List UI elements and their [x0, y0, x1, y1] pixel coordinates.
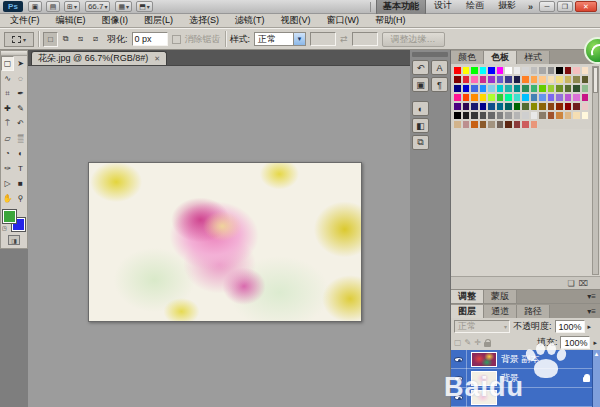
lasso-tool[interactable]: ∿	[1, 71, 14, 86]
clone-stamp-tool[interactable]: ⍑	[1, 116, 14, 131]
color-swatch[interactable]	[504, 120, 513, 129]
color-swatch[interactable]	[487, 111, 496, 120]
default-colors-icon[interactable]: ◳	[2, 226, 9, 232]
shape-tool[interactable]: ■	[14, 176, 27, 191]
flower-artwork-image[interactable]	[88, 162, 362, 322]
color-swatch[interactable]	[479, 120, 488, 129]
new-selection-icon[interactable]: □	[43, 32, 58, 47]
color-swatch[interactable]	[513, 66, 522, 75]
color-swatch[interactable]	[555, 102, 564, 111]
color-swatch[interactable]	[462, 111, 471, 120]
color-swatch[interactable]	[521, 66, 530, 75]
lock-all-icon[interactable]	[484, 342, 491, 347]
move-tool[interactable]: ➤	[14, 56, 27, 71]
color-swatch[interactable]	[555, 84, 564, 93]
menu-item[interactable]: 图层(L)	[136, 14, 181, 27]
color-swatch[interactable]	[470, 75, 479, 84]
color-swatch[interactable]	[572, 111, 581, 120]
tool-preset-picker[interactable]: ▾	[4, 32, 34, 47]
feather-input[interactable]: 0 px	[132, 32, 168, 46]
layer-thumbnail[interactable]	[471, 390, 497, 405]
color-swatch[interactable]	[504, 111, 513, 120]
color-swatch[interactable]	[479, 75, 488, 84]
color-swatch[interactable]	[470, 120, 479, 129]
dodge-tool[interactable]: ◐	[14, 146, 27, 161]
visibility-toggle[interactable]	[451, 350, 467, 369]
color-swatch[interactable]	[581, 75, 590, 84]
hand-tool[interactable]: ✋	[1, 191, 14, 206]
color-swatch[interactable]	[453, 102, 462, 111]
color-swatch[interactable]	[513, 120, 522, 129]
brush-tool[interactable]: ✎	[14, 101, 27, 116]
color-swatch[interactable]	[538, 102, 547, 111]
color-swatch[interactable]	[496, 111, 505, 120]
color-swatch[interactable]	[521, 75, 530, 84]
layers-scrollbar[interactable]: ▲	[592, 350, 600, 407]
workspace-button-设计[interactable]: 设计	[428, 0, 458, 15]
tab-color[interactable]: 颜色	[451, 51, 484, 64]
color-swatch[interactable]	[470, 93, 479, 102]
height-input[interactable]	[352, 32, 378, 46]
masks-icon[interactable]: ◧	[412, 118, 429, 133]
color-swatch[interactable]	[496, 93, 505, 102]
color-swatch[interactable]	[513, 93, 522, 102]
paragraph-panel-icon[interactable]: ¶	[431, 77, 448, 92]
color-swatch[interactable]	[564, 93, 573, 102]
type-tool[interactable]: T	[14, 161, 27, 176]
color-swatch[interactable]	[538, 84, 547, 93]
panel-menu-icon[interactable]: ▾≡	[583, 290, 600, 303]
color-swatch[interactable]	[504, 66, 513, 75]
color-swatch[interactable]	[504, 84, 513, 93]
visibility-toggle[interactable]	[451, 388, 467, 407]
color-swatch[interactable]	[530, 120, 539, 129]
close-button[interactable]: ✕	[575, 1, 597, 12]
tab-styles[interactable]: 样式	[517, 51, 550, 64]
document-tab[interactable]: 花朵.jpg @ 66.7%(RGB/8#) ✕	[31, 51, 167, 65]
color-swatch[interactable]	[496, 75, 505, 84]
color-swatch[interactable]	[462, 84, 471, 93]
color-swatch[interactable]	[504, 93, 513, 102]
color-swatch[interactable]	[521, 93, 530, 102]
tab-paths[interactable]: 路径	[517, 305, 550, 318]
layer-row[interactable]: 背景 副本	[451, 350, 600, 369]
color-swatch[interactable]	[530, 66, 539, 75]
delete-swatch-icon[interactable]: ⌧	[579, 279, 588, 288]
eraser-tool[interactable]: ▱	[1, 131, 14, 146]
color-swatch[interactable]	[564, 75, 573, 84]
swatches-scrollbar[interactable]	[592, 66, 599, 275]
color-swatch[interactable]	[462, 102, 471, 111]
menu-item[interactable]: 滤镜(T)	[227, 14, 273, 27]
visibility-toggle[interactable]	[451, 369, 467, 388]
new-swatch-icon[interactable]: ❏	[568, 279, 575, 288]
color-swatch[interactable]	[487, 120, 496, 129]
lock-pixels-icon[interactable]: ✎	[465, 338, 472, 347]
layer-comps-icon[interactable]: ▣	[412, 77, 429, 92]
color-swatch[interactable]	[538, 75, 547, 84]
spot-healing-brush-tool[interactable]: ✚	[1, 101, 14, 116]
style-dropdown[interactable]: 正常 ▼	[254, 32, 306, 46]
color-swatch[interactable]	[581, 111, 590, 120]
adjustments-icon[interactable]: ◐	[412, 101, 429, 116]
blend-mode-dropdown[interactable]: 正常 ▾	[454, 320, 510, 333]
color-swatch[interactable]	[521, 120, 530, 129]
layer-row[interactable]: 背景	[451, 369, 600, 388]
color-swatch[interactable]	[504, 102, 513, 111]
restore-button[interactable]: ❐	[557, 1, 573, 12]
clone-source-icon[interactable]: ⧉	[412, 135, 429, 150]
color-swatch[interactable]	[487, 93, 496, 102]
quick-selection-tool[interactable]: ◌	[14, 71, 27, 86]
color-swatch[interactable]	[538, 93, 547, 102]
color-swatch[interactable]	[453, 84, 462, 93]
color-swatch[interactable]	[572, 93, 581, 102]
color-swatch[interactable]	[462, 120, 471, 129]
layer-row[interactable]	[451, 388, 600, 407]
color-swatch[interactable]	[530, 102, 539, 111]
color-swatch[interactable]	[530, 111, 539, 120]
color-swatch[interactable]	[479, 93, 488, 102]
refine-edge-button[interactable]: 调整边缘…	[382, 32, 445, 47]
color-swatch[interactable]	[462, 75, 471, 84]
color-swatch[interactable]	[453, 93, 462, 102]
fill-spinner-icon[interactable]: ▸	[593, 339, 597, 347]
eyedropper-tool[interactable]: ✒	[14, 86, 27, 101]
gradient-tool[interactable]: ▒	[14, 131, 27, 146]
